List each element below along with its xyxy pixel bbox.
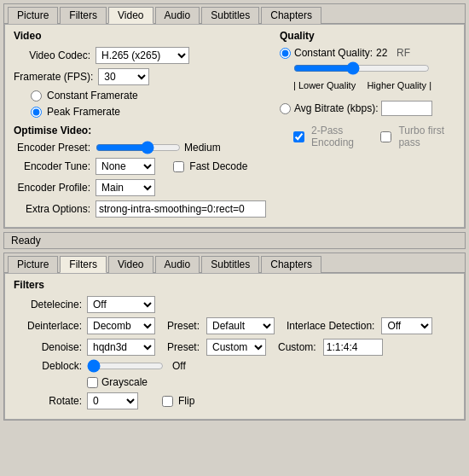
turbo-label: Turbo first pass	[398, 125, 455, 148]
deblock-status: Off	[172, 360, 186, 372]
encoder-profile-select[interactable]: Main	[96, 179, 155, 196]
grayscale-label: Grayscale	[101, 376, 148, 388]
constant-quality-row: Constant Quality: 22 RF	[280, 47, 455, 59]
deblock-slider[interactable]	[87, 360, 164, 372]
extra-options-input[interactable]	[96, 200, 266, 218]
peak-framerate-label: Peak Framerate	[47, 106, 120, 118]
video-settings-col: Video Video Codec: H.265 (x265) Framerat…	[14, 30, 266, 222]
ready-bar: Ready	[3, 232, 466, 249]
peak-framerate-row: Peak Framerate	[31, 106, 266, 118]
rotate-row: Rotate: 0 Flip	[14, 392, 455, 409]
video-codec-select[interactable]: H.265 (x265)	[96, 47, 189, 64]
avg-bitrate-radio[interactable]	[280, 103, 291, 114]
deblock-row: Deblock: Off	[14, 360, 455, 372]
tab-picture-top[interactable]: Picture	[8, 7, 58, 24]
turbo-checkbox[interactable]	[380, 131, 391, 142]
top-tab-bar: Picture Filters Video Audio Subtitles Ch…	[4, 4, 465, 24]
constant-framerate-radio[interactable]	[31, 90, 42, 102]
rf-label: RF	[397, 47, 410, 59]
tab-chapters-top[interactable]: Chapters	[261, 7, 321, 24]
tab-audio-bottom[interactable]: Audio	[155, 256, 200, 273]
interlace-detection-label: Interlace Detection:	[287, 320, 374, 332]
two-pass-label: 2-Pass Encoding	[311, 125, 373, 148]
tab-chapters-bottom[interactable]: Chapters	[261, 256, 321, 273]
lower-quality-label: | Lower Quality	[293, 80, 356, 90]
encoder-tune-row: Encoder Tune: None Fast Decode	[14, 158, 266, 175]
rotate-select[interactable]: 0	[87, 392, 138, 409]
bottom-panel: Picture Filters Video Audio Subtitles Ch…	[3, 253, 466, 421]
tab-subtitles-bottom[interactable]: Subtitles	[201, 256, 259, 273]
ready-text: Ready	[11, 235, 41, 247]
encoder-profile-row: Encoder Profile: Main	[14, 179, 266, 196]
framerate-row: Framerate (FPS): 30	[14, 68, 266, 85]
framerate-select[interactable]: 30	[98, 68, 149, 85]
tab-audio-top[interactable]: Audio	[155, 7, 200, 24]
denoise-preset-select[interactable]: Custom	[206, 339, 266, 356]
video-quality-split: Video Video Codec: H.265 (x265) Framerat…	[14, 30, 455, 222]
grayscale-checkbox[interactable]	[87, 377, 98, 388]
preset-slider-container: Medium	[96, 142, 221, 154]
bottom-tab-bar: Picture Filters Video Audio Subtitles Ch…	[4, 253, 465, 273]
detelecine-label: Detelecine:	[14, 299, 82, 311]
encoder-profile-label: Encoder Profile:	[14, 182, 90, 194]
filters-title: Filters	[14, 279, 455, 291]
denoise-label: Denoise:	[14, 341, 82, 353]
video-section-title: Video	[14, 30, 266, 42]
deinterlace-label: Deinterlace:	[14, 320, 82, 332]
quality-slider-row	[280, 62, 455, 77]
extra-options-row: Extra Options:	[14, 200, 266, 218]
constant-framerate-row: Constant Framerate	[31, 90, 266, 102]
tab-picture-bottom[interactable]: Picture	[8, 256, 58, 273]
fast-decode-spacer	[165, 160, 168, 172]
denoise-preset-label: Preset:	[167, 341, 200, 353]
avg-bitrate-label: Avg Bitrate (kbps):	[294, 102, 378, 114]
fast-decode-checkbox[interactable]	[173, 161, 184, 172]
two-pass-checkbox[interactable]	[293, 131, 304, 142]
deinterlace-select[interactable]: Decomb	[87, 317, 155, 334]
tab-filters-bottom[interactable]: Filters	[60, 256, 107, 273]
framerate-label: Framerate (FPS):	[14, 71, 93, 83]
top-panel: Picture Filters Video Audio Subtitles Ch…	[3, 3, 466, 229]
top-panel-content: Video Video Codec: H.265 (x265) Framerat…	[4, 24, 465, 228]
higher-quality-label: Higher Quality |	[367, 80, 431, 90]
constant-quality-radio[interactable]	[280, 48, 291, 59]
encoder-tune-select[interactable]: None	[96, 158, 155, 175]
tab-video-bottom[interactable]: Video	[108, 256, 153, 273]
flip-checkbox[interactable]	[162, 396, 173, 407]
interlace-detection-select[interactable]: Off	[381, 317, 432, 334]
tab-filters-top[interactable]: Filters	[60, 7, 107, 24]
constant-framerate-label: Constant Framerate	[47, 90, 138, 102]
avg-bitrate-row: Avg Bitrate (kbps):	[280, 101, 455, 116]
encoder-preset-slider[interactable]	[96, 142, 181, 154]
video-codec-label: Video Codec:	[14, 49, 90, 61]
flip-label: Flip	[178, 395, 194, 407]
peak-framerate-radio[interactable]	[31, 107, 42, 118]
deinterlace-row: Deinterlace: Decomb Preset: Default Inte…	[14, 317, 455, 334]
encoder-preset-row: Encoder Preset: Medium	[14, 142, 266, 154]
avg-bitrate-input[interactable]	[381, 101, 432, 116]
denoise-row: Denoise: hqdn3d Preset: Custom Custom:	[14, 339, 455, 356]
optimise-title: Optimise Video:	[14, 125, 266, 136]
detelecine-select[interactable]: Off	[87, 296, 155, 313]
bottom-panel-content: Filters Detelecine: Off Deinterlace: Dec…	[4, 273, 465, 420]
quality-col: Quality Constant Quality: 22 RF | Lower …	[280, 30, 455, 222]
custom-label: Custom:	[278, 341, 316, 353]
optimise-section: Optimise Video: Encoder Preset: Medium E…	[14, 125, 266, 218]
denoise-select[interactable]: hqdn3d	[87, 339, 155, 356]
extra-options-label: Extra Options:	[14, 203, 90, 215]
deblock-label: Deblock:	[14, 360, 82, 372]
rotate-label: Rotate:	[14, 395, 82, 407]
custom-input[interactable]	[323, 339, 383, 356]
encoder-preset-label: Encoder Preset:	[14, 142, 90, 154]
quality-value: 22	[376, 47, 393, 59]
deinterlace-preset-select[interactable]: Default	[206, 317, 275, 334]
quality-section-title: Quality	[280, 30, 455, 42]
grayscale-row: Grayscale	[87, 376, 455, 388]
quality-slider[interactable]	[293, 62, 430, 74]
deinterlace-preset-label: Preset:	[167, 320, 200, 332]
tab-video-top[interactable]: Video	[108, 7, 153, 24]
preset-value-label: Medium	[184, 142, 221, 154]
detelecine-row: Detelecine: Off	[14, 296, 455, 313]
tab-subtitles-top[interactable]: Subtitles	[201, 7, 259, 24]
encoding-options-row: 2-Pass Encoding Turbo first pass	[280, 125, 455, 148]
